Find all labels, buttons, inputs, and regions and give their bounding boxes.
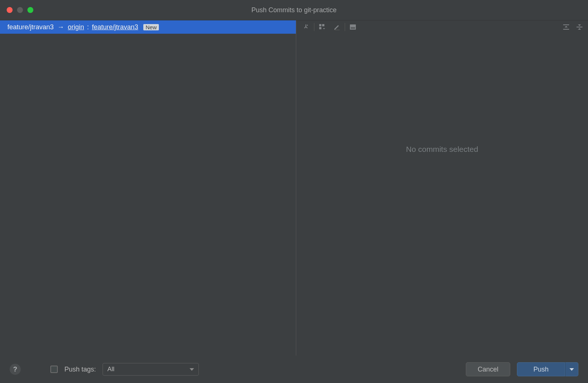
chevron-down-icon <box>569 368 574 371</box>
close-window-button[interactable] <box>7 7 13 13</box>
svg-point-0 <box>307 25 308 26</box>
window-controls <box>7 0 33 20</box>
push-dropdown-button[interactable] <box>565 362 578 376</box>
group-by-icon[interactable] <box>318 23 326 31</box>
svg-rect-6 <box>351 27 355 29</box>
remote-branch-link[interactable]: feature/jtravan3 <box>92 23 138 31</box>
push-button[interactable]: Push <box>517 362 565 376</box>
colon-separator: : <box>87 23 89 31</box>
push-button-label: Push <box>533 366 548 373</box>
maximize-window-button[interactable] <box>27 7 33 13</box>
svg-rect-3 <box>319 27 321 29</box>
cancel-button[interactable]: Cancel <box>466 362 510 376</box>
preview-diff-icon[interactable] <box>349 23 357 31</box>
pin-icon[interactable] <box>302 23 310 31</box>
expand-all-icon[interactable] <box>562 23 570 31</box>
collapse-all-icon[interactable] <box>575 23 584 31</box>
titlebar: Push Commits to git-practice <box>0 0 588 20</box>
toolbar-separator-2 <box>345 23 345 31</box>
push-tags-select[interactable]: All <box>103 363 199 376</box>
branch-row[interactable]: feature/jtravan3 → origin : feature/jtra… <box>0 20 296 34</box>
svg-rect-7 <box>563 24 569 25</box>
content-area: feature/jtravan3 → origin : feature/jtra… <box>0 20 588 356</box>
push-tags-selected: All <box>107 366 114 373</box>
push-commits-dialog: Push Commits to git-practice feature/jtr… <box>0 0 588 383</box>
push-split-button: Push <box>517 362 578 376</box>
cancel-button-label: Cancel <box>478 366 498 373</box>
new-badge: New <box>143 24 159 30</box>
svg-rect-9 <box>577 27 582 27</box>
commit-details-pane: No commits selected <box>296 20 588 356</box>
toolbar-separator <box>314 23 314 31</box>
chevron-down-icon <box>190 368 194 371</box>
svg-rect-4 <box>334 30 340 30</box>
window-title: Push Commits to git-practice <box>251 6 337 14</box>
arrow-right-icon: → <box>57 23 64 31</box>
details-toolbar <box>296 20 588 34</box>
svg-rect-1 <box>319 24 321 26</box>
push-tags-checkbox[interactable] <box>50 366 58 373</box>
help-icon: ? <box>13 366 17 373</box>
dialog-footer: ? Push tags: All Cancel Push <box>0 356 588 383</box>
edit-icon[interactable] <box>333 23 341 31</box>
details-body: No commits selected <box>296 34 588 356</box>
remote-name-link[interactable]: origin <box>68 23 84 31</box>
help-button[interactable]: ? <box>10 364 21 375</box>
svg-rect-2 <box>322 24 324 26</box>
push-tags-label: Push tags: <box>64 366 96 373</box>
svg-rect-8 <box>563 29 569 30</box>
minimize-window-button[interactable] <box>17 7 23 13</box>
local-branch-label: feature/jtravan3 <box>7 23 54 31</box>
commits-tree-pane[interactable]: feature/jtravan3 → origin : feature/jtra… <box>0 20 296 356</box>
no-commits-message: No commits selected <box>406 145 478 154</box>
